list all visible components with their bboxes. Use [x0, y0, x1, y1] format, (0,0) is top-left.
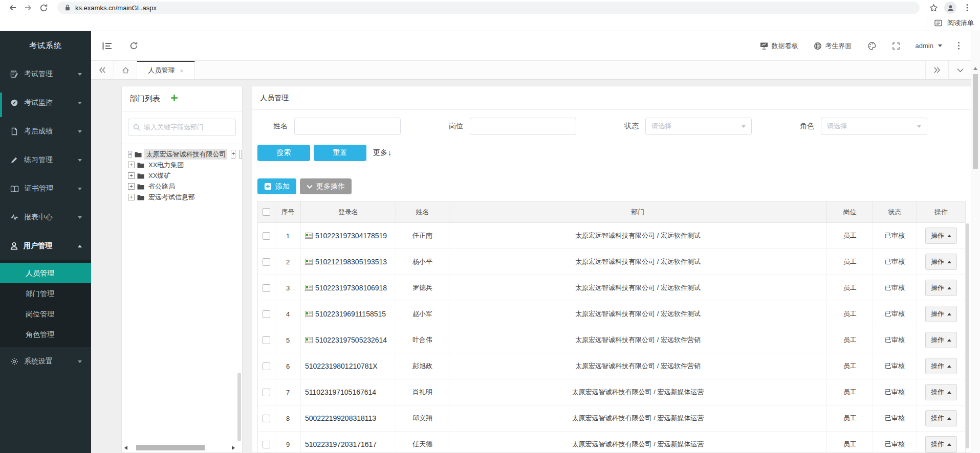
- tab-personnel-management[interactable]: 人员管理 ×: [137, 61, 195, 79]
- role-filter-select[interactable]: 请选择: [821, 118, 927, 135]
- browser-reload-button[interactable]: [36, 1, 51, 15]
- row-checkbox[interactable]: [263, 363, 270, 370]
- name-filter-input[interactable]: [294, 118, 401, 135]
- chevron-up-icon: [947, 417, 951, 420]
- more-operations-button[interactable]: 更多操作: [300, 178, 352, 194]
- sidebar-subitem-1[interactable]: 人员管理: [0, 263, 91, 283]
- select-all-checkbox[interactable]: [263, 208, 270, 216]
- bookmark-star-icon[interactable]: [926, 1, 941, 15]
- browser-forward-button[interactable]: [20, 1, 36, 15]
- row-operation-button[interactable]: 操作: [925, 332, 957, 348]
- tree-node-5[interactable]: +宏远考试信息部: [128, 192, 242, 202]
- sidebar-item-2[interactable]: 考试监控: [0, 88, 91, 117]
- tree-expander-icon[interactable]: +: [128, 162, 135, 168]
- practice-icon: [10, 156, 18, 164]
- department-panel: 部门列表 输入关键字筛选部门 +太原宏远智诚科技有限公司++XX电力集团+XX煤…: [121, 86, 243, 453]
- tree-edit-button[interactable]: [239, 150, 242, 158]
- scroll-right-arrow-icon[interactable]: [232, 446, 235, 450]
- reset-button[interactable]: 重置: [314, 145, 366, 161]
- row-operation-button[interactable]: 操作: [925, 254, 957, 270]
- tab-close-icon[interactable]: ×: [180, 67, 184, 75]
- row-checkbox[interactable]: [263, 336, 270, 344]
- tree-expander-icon[interactable]: +: [128, 183, 135, 190]
- sidebar-item-6[interactable]: 报表中心: [0, 203, 91, 232]
- table-body: 1510223197304178519任正南太原宏远智诚科技有限公司 / 宏远软…: [258, 223, 965, 453]
- tree-node-label[interactable]: XX电力集团: [147, 160, 185, 170]
- tree-node-4[interactable]: +省公路局: [128, 181, 242, 192]
- fullscreen-icon[interactable]: [892, 42, 900, 50]
- tree-node-3[interactable]: +XX煤矿: [128, 170, 242, 181]
- row-checkbox[interactable]: [263, 310, 270, 318]
- row-checkbox[interactable]: [263, 284, 270, 292]
- sidebar-item-3[interactable]: 考后成绩: [0, 117, 91, 146]
- row-operation-button[interactable]: 操作: [925, 280, 957, 296]
- sidebar-subitem-2[interactable]: 部门管理: [0, 283, 91, 304]
- refresh-page-icon[interactable]: [129, 41, 138, 50]
- sidebar-item-4[interactable]: 练习管理: [0, 146, 91, 174]
- scroll-up-arrow-icon[interactable]: [973, 67, 977, 70]
- header-kebab-icon[interactable]: [957, 41, 960, 50]
- row-checkbox[interactable]: [263, 258, 270, 266]
- department-search-input[interactable]: 输入关键字筛选部门: [128, 119, 236, 136]
- login-text: 510223197505232614: [315, 336, 387, 344]
- row-checkbox[interactable]: [263, 415, 270, 422]
- tree-node-label[interactable]: 太原宏远智诚科技有限公司: [144, 149, 227, 160]
- row-operation-button[interactable]: 操作: [925, 358, 957, 374]
- candidate-ui-link[interactable]: 考生界面: [814, 41, 852, 51]
- tabs-dropdown-icon[interactable]: [948, 61, 971, 79]
- scroll-left-arrow-icon[interactable]: [124, 446, 127, 450]
- status-filter-select[interactable]: 请选择: [645, 118, 752, 135]
- reading-list-icon: [934, 19, 943, 27]
- department-horizontal-scrollbar[interactable]: [124, 444, 235, 451]
- cell-post: 员工: [827, 249, 873, 275]
- reading-list-label[interactable]: 阅读清单: [947, 18, 974, 28]
- sidebar-subitem-3[interactable]: 岗位管理: [0, 304, 91, 324]
- page-vertical-scrollbar[interactable]: [971, 31, 980, 453]
- sidebar-item-5[interactable]: 证书管理: [0, 174, 91, 203]
- table-vertical-scrollbar[interactable]: [966, 223, 969, 448]
- tabs-scroll-right-icon[interactable]: [925, 61, 948, 79]
- sidebar-subitem-4[interactable]: 角色管理: [0, 324, 91, 345]
- post-filter-input[interactable]: [470, 118, 576, 135]
- tree-node-label[interactable]: XX煤矿: [147, 171, 172, 181]
- more-filters-link[interactable]: 更多 ↓: [373, 148, 391, 157]
- browser-back-button[interactable]: [5, 1, 20, 15]
- row-operation-button[interactable]: 操作: [925, 436, 957, 452]
- search-button[interactable]: 搜索: [257, 145, 310, 161]
- tree-add-button[interactable]: +: [231, 150, 235, 158]
- dashboard-link[interactable]: 数据看板: [760, 41, 798, 51]
- theme-palette-icon[interactable]: [867, 41, 877, 51]
- tree-node-2[interactable]: +XX电力集团: [128, 160, 242, 170]
- row-checkbox[interactable]: [263, 389, 270, 396]
- status-select-placeholder: 请选择: [651, 122, 671, 131]
- tabs-scroll-left-icon[interactable]: [91, 61, 114, 79]
- sidebar-item-7[interactable]: 用户管理: [0, 232, 91, 260]
- tree-expander-icon[interactable]: +: [128, 172, 135, 179]
- home-tab-icon[interactable]: [114, 61, 137, 79]
- user-menu[interactable]: admin: [916, 42, 942, 50]
- browser-menu-kebab-icon[interactable]: [960, 1, 975, 15]
- row-operation-button[interactable]: 操作: [925, 306, 957, 322]
- add-person-button[interactable]: 添加: [257, 178, 296, 194]
- browser-profile-avatar[interactable]: [944, 2, 956, 14]
- tree-expander-icon[interactable]: +: [128, 151, 132, 157]
- row-checkbox[interactable]: [263, 232, 270, 240]
- tree-node-label[interactable]: 省公路局: [147, 182, 177, 192]
- sidebar-item-1[interactable]: 考试管理: [0, 60, 91, 88]
- scrollbar-thumb[interactable]: [136, 445, 205, 450]
- address-bar[interactable]: ks.examks.cn/mainGL.aspx: [57, 2, 920, 14]
- tree-node-1[interactable]: +太原宏远智诚科技有限公司+: [128, 149, 242, 160]
- username-label: admin: [916, 42, 933, 50]
- row-checkbox[interactable]: [263, 441, 270, 448]
- sidebar-item-8[interactable]: 系统设置: [0, 347, 91, 376]
- row-operation-button[interactable]: 操作: [925, 228, 957, 244]
- department-vertical-scrollbar[interactable]: [237, 373, 241, 441]
- tree-node-label[interactable]: 宏远考试信息部: [147, 192, 197, 202]
- row-operation-button[interactable]: 操作: [925, 384, 957, 400]
- sidebar-item-label: 考试管理: [24, 70, 72, 79]
- sidebar-collapse-icon[interactable]: [102, 42, 112, 50]
- tree-expander-icon[interactable]: +: [128, 194, 135, 200]
- scrollbar-thumb[interactable]: [973, 74, 978, 169]
- add-department-button[interactable]: [170, 94, 178, 104]
- row-operation-button[interactable]: 操作: [925, 410, 957, 426]
